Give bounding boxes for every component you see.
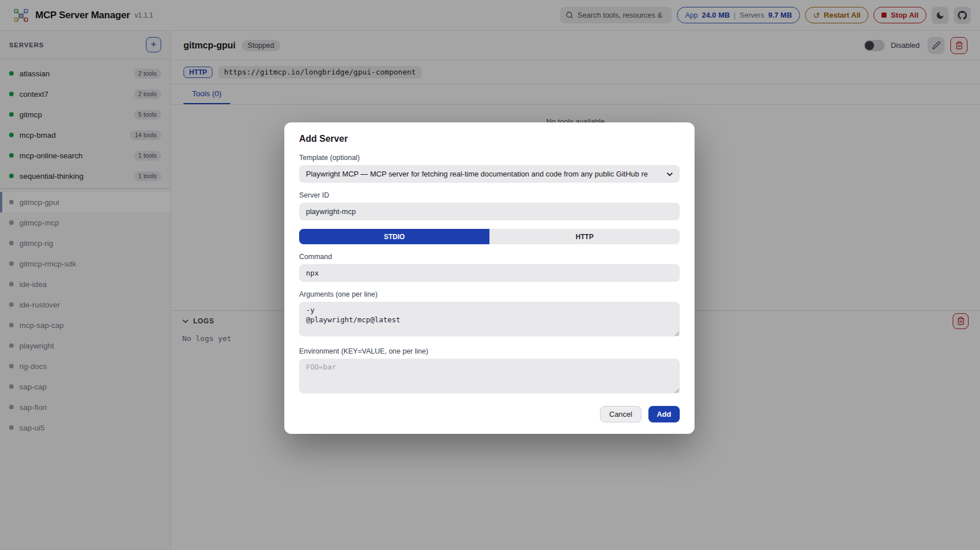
command-label: Command	[299, 253, 680, 261]
transport-option-stdio[interactable]: STDIO	[299, 229, 489, 244]
arguments-field: Arguments (one per line) -y @playwright/…	[299, 290, 680, 339]
add-server-modal: Add Server Template (optional) Playwrigh…	[284, 122, 695, 434]
app-window: MCP Server Manager v1.1.1 App 24.0 MB | …	[0, 0, 980, 550]
environment-label: Environment (KEY=VALUE, one per line)	[299, 347, 680, 355]
server-id-input[interactable]	[299, 203, 680, 220]
modal-footer: Cancel Add	[299, 406, 680, 422]
add-button[interactable]: Add	[648, 406, 680, 422]
template-label: Template (optional)	[299, 154, 680, 162]
arguments-textarea[interactable]: -y @playwright/mcp@latest	[299, 302, 680, 336]
cancel-button[interactable]: Cancel	[600, 406, 641, 422]
arguments-label: Arguments (one per line)	[299, 290, 680, 298]
environment-textarea[interactable]	[299, 359, 680, 393]
transport-option-http[interactable]: HTTP	[489, 229, 680, 244]
template-field: Template (optional) Playwright MCP — MCP…	[299, 154, 680, 183]
environment-field: Environment (KEY=VALUE, one per line)	[299, 347, 680, 396]
server-id-label: Server ID	[299, 191, 680, 199]
server-id-field: Server ID	[299, 191, 680, 220]
command-field: Command	[299, 253, 680, 282]
transport-segmented-control: STDIO HTTP	[299, 229, 680, 244]
chevron-down-icon	[667, 172, 673, 177]
command-input[interactable]	[299, 264, 680, 282]
template-select[interactable]: Playwright MCP — MCP server for fetching…	[299, 165, 680, 183]
modal-title: Add Server	[299, 134, 680, 145]
template-selected-value: Playwright MCP — MCP server for fetching…	[306, 170, 662, 178]
